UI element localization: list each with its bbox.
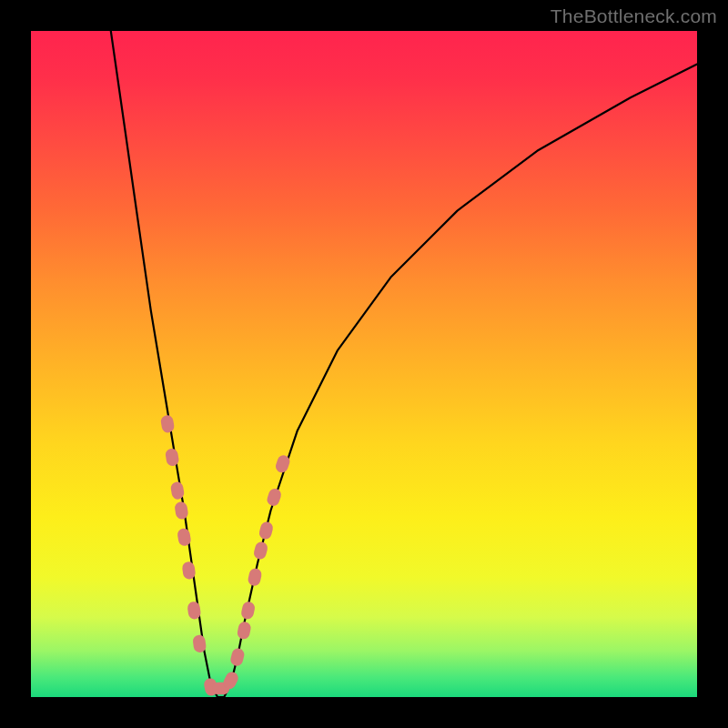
- data-point: [229, 647, 246, 667]
- data-point: [174, 500, 189, 520]
- plot-area: [31, 31, 697, 697]
- data-point: [237, 621, 252, 640]
- data-point: [160, 414, 176, 433]
- data-point: [247, 567, 262, 587]
- curve-layer: [111, 31, 697, 697]
- chart-svg: [31, 31, 697, 697]
- data-point: [240, 601, 256, 621]
- bottleneck-curve: [111, 31, 697, 697]
- data-point: [258, 521, 274, 541]
- data-point: [266, 487, 283, 508]
- watermark-text: TheBottleneck.com: [551, 5, 717, 27]
- chart-frame: TheBottleneck.com: [0, 0, 728, 728]
- data-points-layer: [160, 414, 291, 696]
- data-point: [165, 448, 180, 467]
- data-point: [253, 541, 269, 561]
